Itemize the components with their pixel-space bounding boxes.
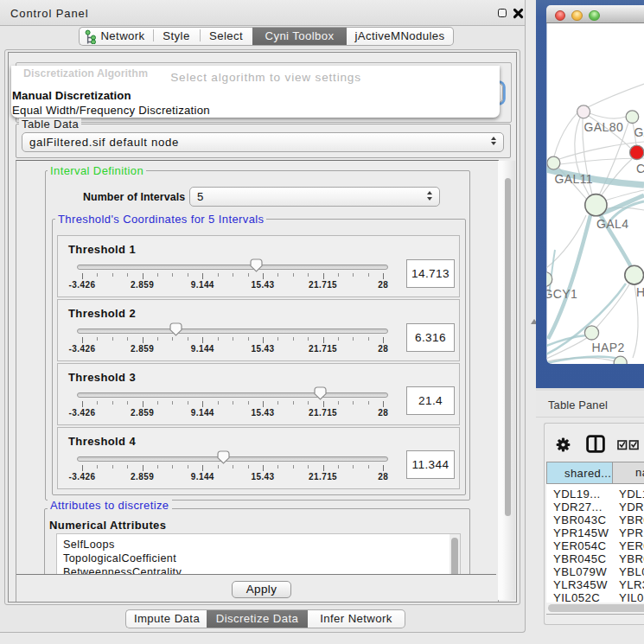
svg-text:GA: GA [634, 125, 644, 139]
svg-text:H: H [636, 285, 644, 299]
svg-text:GCY1: GCY1 [544, 287, 578, 301]
svg-text:C: C [636, 162, 644, 175]
svg-text:GAL11: GAL11 [555, 172, 594, 186]
svg-text:GAL4: GAL4 [596, 217, 628, 231]
svg-text:GAL80: GAL80 [584, 120, 624, 134]
svg-text:HAP2: HAP2 [592, 341, 625, 354]
